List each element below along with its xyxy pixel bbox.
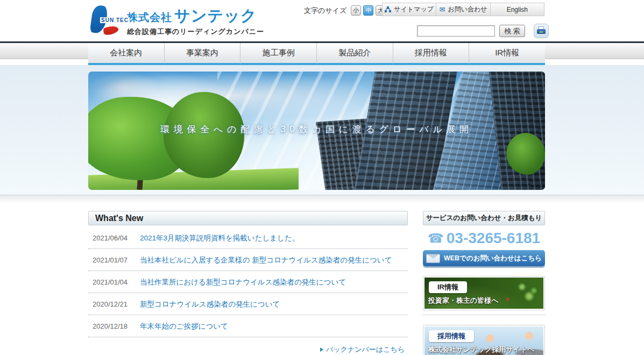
logo-mark-text: SUN TEC (100, 17, 130, 23)
phone-number: 03-3265-6181 (447, 230, 540, 247)
news-date: 2020/12/21 (93, 300, 140, 308)
nav-tab-ir[interactable]: IR情報 (469, 43, 545, 65)
company-name: 株式会社サンテック (127, 8, 264, 25)
recruit-banner-image: 採用情報 株式会社サンテック採用サイトへ (424, 326, 543, 355)
company-tagline: 総合設備工事のリーディングカンパニー (127, 27, 264, 37)
news-row: 2021/01/04 当社作業所における新型コロナウイルス感染者の発生について (88, 271, 408, 293)
web-contact-label: WEBでのお問い合わせはこちら (444, 254, 542, 263)
contact-link[interactable]: ✉ お問い合わせ (436, 3, 490, 16)
font-size-medium-button[interactable]: 中 (363, 5, 373, 16)
print-button[interactable] (534, 24, 549, 38)
news-date: 2020/12/18 (93, 322, 140, 330)
search-input[interactable] (417, 25, 495, 37)
ir-banner[interactable]: IR情報 投資家・株主の皆様へ (423, 276, 545, 310)
contact-box-title: サービスのお問い合わせ・お見積もり (426, 214, 542, 223)
english-label: English (507, 6, 528, 13)
utility-bar: サイトマップ ✉ お問い合わせ English (382, 3, 544, 16)
logo-red-shape (102, 23, 119, 37)
sitemap-icon (385, 6, 391, 12)
ir-badge: IR情報 (429, 281, 467, 293)
news-link[interactable]: 当社本社ビルに入居する企業様の 新型コロナウイルス感染者の発生について (140, 255, 392, 265)
logo[interactable]: SUN TEC 株式会社サンテック 総合設備工事のリーディングカンパニー (88, 4, 264, 37)
nav-tab-products[interactable]: 製品紹介 (316, 43, 393, 65)
contact-label: お問い合わせ (448, 5, 487, 14)
phone-icon: ☎ (428, 232, 444, 245)
search-button[interactable]: 検索 (499, 25, 525, 37)
ir-banner-image: IR情報 投資家・株主の皆様へ (424, 278, 543, 309)
font-size-small-button[interactable]: 小 (351, 5, 361, 16)
hero-caption: 環境保全への配慮と30数カ国に渡るグローバル展開 (88, 123, 545, 136)
nav-tab-recruit[interactable]: 採用情報 (393, 43, 469, 65)
phone-row: ☎ 03-3265-6181 (423, 230, 545, 247)
company-main: サンテック (174, 7, 257, 24)
news-row: 2020/12/21 新型コロナウイルス感染者の発生について (88, 293, 408, 315)
sitemap-link[interactable]: サイトマップ (383, 3, 436, 16)
english-link[interactable]: English (490, 3, 544, 16)
news-row: 2021/01/07 当社本社ビルに入居する企業様の 新型コロナウイルス感染者の… (88, 249, 408, 271)
sidebar-dotted-divider (423, 315, 545, 315)
section-fade (0, 195, 644, 203)
backnumber-link[interactable]: バックナンバーはこちら (326, 345, 405, 353)
nav-tabs: 会社案内 事業案内 施工事例 製品紹介 採用情報 IR情報 (88, 43, 545, 65)
news-column: What's New 2021/06/04 2021年3月期決算説明資料を掲載い… (88, 211, 408, 355)
tree-art-right (506, 133, 545, 175)
sidebar: サービスのお問い合わせ・お見積もり ☎ 03-3265-6181 WEBでのお問… (423, 211, 545, 355)
news-row: 2021/06/04 2021年3月期決算説明資料を掲載いたしました。 (88, 227, 408, 249)
logo-icon: SUN TEC (88, 4, 122, 37)
news-link[interactable]: 年末年始のご挨拶について (140, 322, 228, 331)
recruit-banner[interactable]: 採用情報 株式会社サンテック採用サイトへ (423, 325, 545, 355)
news-date: 2021/06/04 (93, 234, 140, 242)
mail-icon: ✉ (439, 6, 445, 13)
company-prefix: 株式会社 (127, 11, 172, 23)
nav-tab-works[interactable]: 施工事例 (240, 43, 316, 65)
news-link[interactable]: 新型コロナウイルス感染者の発生について (140, 300, 280, 309)
sitemap-label: サイトマップ (394, 5, 434, 14)
main-content: What's New 2021/06/04 2021年3月期決算説明資料を掲載い… (0, 203, 644, 355)
news-link[interactable]: 2021年3月期決算説明資料を掲載いたしました。 (140, 233, 299, 243)
news-title: What's New (95, 214, 143, 223)
hero-section: 環境保全への配慮と30数カ国に渡るグローバル展開 (0, 65, 644, 195)
font-size-control: 文字のサイズ 小 中 大 (304, 5, 386, 16)
envelope-icon (426, 254, 440, 263)
news-row: 2020/12/18 年末年始のご挨拶について (88, 315, 408, 337)
contact-box-header: サービスのお問い合わせ・お見積もり (423, 211, 545, 225)
web-contact-button[interactable]: WEBでのお問い合わせはこちら (423, 250, 545, 266)
search-area: 検索 (417, 24, 549, 38)
news-date: 2021/01/04 (93, 278, 140, 286)
news-list: 2021/06/04 2021年3月期決算説明資料を掲載いたしました。 2021… (88, 227, 408, 337)
news-date: 2021/01/07 (93, 256, 140, 264)
news-header: What's New (88, 211, 408, 225)
hero-banner: 環境保全への配慮と30数カ国に渡るグローバル展開 (88, 72, 545, 190)
recruit-badge: 採用情報 (429, 330, 474, 342)
logo-texts: 株式会社サンテック 総合設備工事のリーディングカンパニー (127, 4, 264, 37)
arrow-right-icon (320, 347, 323, 352)
ir-banner-text: 投資家・株主の皆様へ (428, 296, 499, 306)
backnumber-row: バックナンバーはこちら (88, 344, 408, 354)
recruit-banner-text: 株式会社サンテック採用サイトへ (428, 345, 535, 354)
main-nav: 会社案内 事業案内 施工事例 製品紹介 採用情報 IR情報 (0, 43, 644, 65)
nav-tab-business[interactable]: 事業案内 (164, 43, 240, 65)
font-size-label: 文字のサイズ (304, 6, 346, 16)
top-header: SUN TEC 株式会社サンテック 総合設備工事のリーディングカンパニー 文字の… (0, 0, 644, 41)
nav-tab-company[interactable]: 会社案内 (88, 43, 164, 65)
page: SUN TEC 株式会社サンテック 総合設備工事のリーディングカンパニー 文字の… (0, 0, 644, 355)
news-link[interactable]: 当社作業所における新型コロナウイルス感染者の発生について (140, 278, 346, 287)
